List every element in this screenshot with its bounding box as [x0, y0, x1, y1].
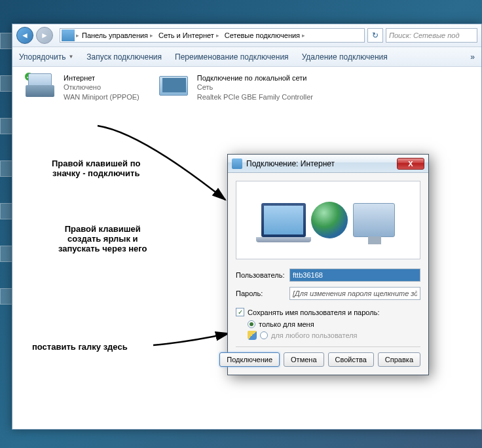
- properties-button[interactable]: Свойства: [328, 352, 374, 367]
- delete-connection-button[interactable]: Удаление подключения: [302, 52, 388, 62]
- laptop-icon: [261, 203, 306, 237]
- connection-icon: [232, 159, 242, 169]
- rename-connection-button[interactable]: Переименование подключения: [175, 52, 289, 62]
- only-me-radio[interactable]: [248, 320, 255, 328]
- any-user-radio[interactable]: [260, 331, 268, 339]
- search-input[interactable]: Поиск: Сетевые под: [386, 28, 477, 43]
- connection-title: Интернет: [64, 73, 139, 83]
- breadcrumb[interactable]: ▸ Панель управления▸ Сеть и Интернет▸ Се…: [60, 28, 365, 43]
- connection-text: Интернет Отключено WAN Miniport (PPPOE): [64, 73, 139, 102]
- any-user-label: для любого пользователя: [271, 331, 358, 339]
- connection-illustration: [236, 181, 420, 259]
- forward-button[interactable]: ►: [36, 27, 53, 44]
- connection-status: Отключено: [64, 83, 139, 92]
- help-button[interactable]: Справка: [378, 352, 420, 367]
- breadcrumb-segment: Сетевые подключения▸: [222, 31, 308, 39]
- organize-menu[interactable]: Упорядочить▼: [19, 52, 73, 62]
- separator: [236, 346, 420, 347]
- address-bar-row: ◄ ► ▸ Панель управления▸ Сеть и Интернет…: [12, 24, 481, 47]
- lan-icon: [159, 73, 191, 97]
- desktop-icon: [353, 203, 395, 237]
- close-button[interactable]: X: [397, 158, 424, 170]
- chevron-right-icon: ▸: [302, 32, 305, 39]
- arrow-icon: [150, 326, 235, 352]
- dialog-title: Подключение: Интернет: [246, 159, 335, 168]
- chevron-right-icon: ▸: [216, 32, 219, 39]
- connection-title: Подключение по локальной сети: [197, 73, 313, 83]
- globe-icon: [311, 202, 348, 238]
- connect-button[interactable]: Подключение: [219, 352, 280, 367]
- password-input[interactable]: [289, 287, 420, 300]
- only-me-label: только для меня: [259, 320, 314, 328]
- annotation-text: поставить галку здесь: [32, 342, 128, 352]
- arrow-icon: [88, 122, 238, 208]
- chevron-right-icon: ▸: [150, 32, 153, 39]
- connection-dialog: Подключение: Интернет X Пользователь: Па…: [227, 154, 429, 375]
- connection-device: Realtek PCIe GBE Family Controller: [197, 92, 313, 102]
- connection-text: Подключение по локальной сети Сеть Realt…: [197, 73, 313, 102]
- toolbar: Упорядочить▼ Запуск подключения Переимен…: [12, 47, 481, 67]
- shield-icon: [248, 331, 257, 340]
- cancel-button[interactable]: Отмена: [284, 352, 324, 367]
- annotation-text: Правой клавишей создать ярлык и запускат…: [58, 224, 147, 253]
- save-credentials-checkbox[interactable]: ✓: [236, 308, 244, 316]
- save-credentials-label: Сохранять имя пользователя и пароль:: [248, 308, 379, 316]
- dialog-titlebar[interactable]: Подключение: Интернет X: [228, 155, 428, 173]
- connection-device: WAN Miniport (PPPOE): [64, 92, 139, 102]
- back-button[interactable]: ◄: [16, 27, 33, 44]
- breadcrumb-segment: Панель управления▸: [79, 31, 156, 39]
- refresh-button[interactable]: ↻: [367, 28, 383, 43]
- dialog-body: Пользователь: Пароль: ✓ Сохранять имя по…: [228, 173, 428, 375]
- start-connection-button[interactable]: Запуск подключения: [86, 52, 162, 62]
- modem-icon: ✓: [26, 73, 57, 97]
- username-input[interactable]: [289, 269, 420, 282]
- more-button[interactable]: »: [470, 52, 475, 62]
- chevron-down-icon: ▼: [68, 54, 73, 60]
- connection-status: Сеть: [197, 83, 313, 92]
- network-icon: [62, 29, 75, 41]
- password-label: Пароль:: [236, 289, 289, 297]
- username-label: Пользователь:: [236, 271, 289, 279]
- breadcrumb-segment: Сеть и Интернет▸: [156, 31, 222, 39]
